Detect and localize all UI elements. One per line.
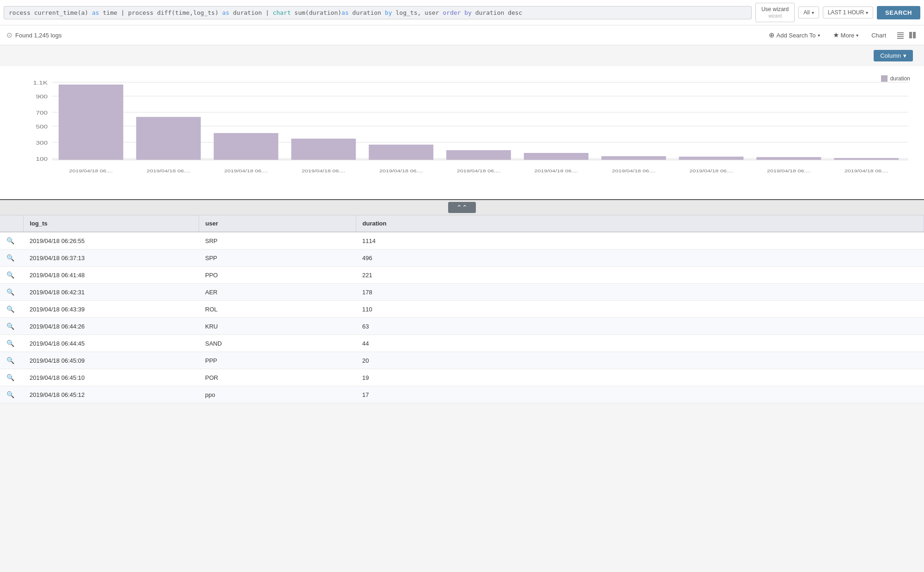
svg-text:2019/04/18 06....: 2019/04/18 06.... xyxy=(689,169,733,173)
svg-rect-38 xyxy=(834,158,899,160)
row-action-cell: 🔍 xyxy=(0,267,23,284)
row-duration-cell: 110 xyxy=(356,301,924,318)
table-row: 🔍 2019/04/18 06:45:10 POR 19 xyxy=(0,369,924,386)
svg-text:2019/04/18 06....: 2019/04/18 06.... xyxy=(302,169,345,173)
svg-text:2019/04/18 06....: 2019/04/18 06.... xyxy=(767,169,810,173)
add-search-to-button[interactable]: ⊕ Add Search To ▾ xyxy=(765,29,824,41)
svg-rect-36 xyxy=(756,157,821,160)
svg-rect-20 xyxy=(136,117,201,160)
row-log-ts-cell: 2019/04/18 06:44:26 xyxy=(23,318,199,335)
row-duration-cell: 178 xyxy=(356,284,924,301)
row-user-cell: AER xyxy=(199,284,356,301)
row-duration-cell: 496 xyxy=(356,249,924,267)
view-columns-icon[interactable] xyxy=(907,30,918,40)
time-chevron-icon: ▾ xyxy=(866,10,868,15)
magnify-icon[interactable]: 🔍 xyxy=(6,254,14,262)
row-user-cell: SAND xyxy=(199,335,356,352)
row-user-cell: PPP xyxy=(199,352,356,369)
svg-rect-26 xyxy=(369,145,433,160)
row-user-cell: POR xyxy=(199,369,356,386)
svg-text:300: 300 xyxy=(36,140,48,146)
row-duration-cell: 63 xyxy=(356,318,924,335)
svg-rect-22 xyxy=(214,133,279,160)
chart-svg-wrap: 1.1K 900 700 500 300 100 2019/04/18 06..… xyxy=(23,75,915,178)
table-row: 🔍 2019/04/18 06:45:12 ppo 17 xyxy=(0,386,924,403)
column-button[interactable]: Column ▾ xyxy=(874,50,913,61)
row-log-ts-cell: 2019/04/18 06:42:31 xyxy=(23,284,199,301)
row-action-cell: 🔍 xyxy=(0,249,23,267)
svg-text:900: 900 xyxy=(36,94,48,99)
row-log-ts-cell: 2019/04/18 06:37:13 xyxy=(23,249,199,267)
magnify-icon[interactable]: 🔍 xyxy=(6,340,14,347)
row-user-cell: KRU xyxy=(199,318,356,335)
svg-text:2019/04/18 06....: 2019/04/18 06.... xyxy=(845,169,888,173)
svg-text:100: 100 xyxy=(36,156,48,162)
row-action-cell: 🔍 xyxy=(0,284,23,301)
svg-rect-4 xyxy=(909,32,912,38)
magnify-icon[interactable]: 🔍 xyxy=(6,357,14,364)
search-bar: rocess current_time(a) as time | process… xyxy=(0,0,924,25)
table-row: 🔍 2019/04/18 06:44:26 KRU 63 xyxy=(0,318,924,335)
table-row: 🔍 2019/04/18 06:41:48 PPO 221 xyxy=(0,267,924,284)
magnify-icon[interactable]: 🔍 xyxy=(6,374,14,381)
collapse-handle: ⌃⌃ xyxy=(0,200,924,215)
svg-text:2019/04/18 06....: 2019/04/18 06.... xyxy=(224,169,267,173)
use-wizard-button[interactable]: Use wizard wizard xyxy=(755,3,795,22)
row-action-cell: 🔍 xyxy=(0,386,23,403)
search-query-input[interactable]: rocess current_time(a) as time | process… xyxy=(4,6,752,19)
magnify-icon[interactable]: 🔍 xyxy=(6,391,14,398)
table-row: 🔍 2019/04/18 06:42:31 AER 178 xyxy=(0,284,924,301)
user-col-header[interactable]: user xyxy=(199,215,356,232)
collapse-button[interactable]: ⌃⌃ xyxy=(448,202,476,213)
results-bar: ⊙ Found 1,245 logs ⊕ Add Search To ▾ ★ M… xyxy=(0,25,924,45)
magnify-icon[interactable]: 🔍 xyxy=(6,323,14,330)
row-duration-cell: 221 xyxy=(356,267,924,284)
row-duration-cell: 44 xyxy=(356,335,924,352)
row-user-cell: ppo xyxy=(199,386,356,403)
time-range-select[interactable]: LAST 1 HOUR ▾ xyxy=(823,6,873,18)
svg-rect-30 xyxy=(524,153,589,160)
more-chevron-icon: ▾ xyxy=(856,33,858,38)
row-user-cell: SPP xyxy=(199,249,356,267)
svg-rect-34 xyxy=(679,157,744,160)
svg-rect-5 xyxy=(913,32,916,38)
column-btn-row: Column ▾ xyxy=(0,45,924,66)
column-chevron-icon: ▾ xyxy=(903,52,906,59)
row-action-cell: 🔍 xyxy=(0,352,23,369)
chart-button[interactable]: Chart xyxy=(868,30,890,41)
view-list-icon[interactable] xyxy=(895,30,906,40)
svg-text:1.1K: 1.1K xyxy=(33,80,48,85)
magnify-icon[interactable]: 🔍 xyxy=(6,305,14,313)
svg-rect-2 xyxy=(897,36,904,37)
results-count: ⊙ Found 1,245 logs xyxy=(6,31,61,39)
row-user-cell: PPO xyxy=(199,267,356,284)
svg-rect-0 xyxy=(897,32,904,33)
duration-col-header[interactable]: duration xyxy=(356,215,924,232)
log-ts-col-header[interactable]: log_ts xyxy=(23,215,199,232)
magnify-icon[interactable]: 🔍 xyxy=(6,271,14,279)
svg-text:500: 500 xyxy=(36,124,48,129)
row-duration-cell: 1114 xyxy=(356,232,924,249)
svg-text:2019/04/18 06....: 2019/04/18 06.... xyxy=(146,169,190,173)
magnify-icon[interactable]: 🔍 xyxy=(6,237,14,244)
row-action-cell: 🔍 xyxy=(0,335,23,352)
row-log-ts-cell: 2019/04/18 06:43:39 xyxy=(23,301,199,318)
more-button[interactable]: ★ More ▾ xyxy=(829,29,863,41)
row-action-cell: 🔍 xyxy=(0,232,23,249)
row-duration-cell: 17 xyxy=(356,386,924,403)
svg-text:2019/04/18 06....: 2019/04/18 06.... xyxy=(379,169,423,173)
svg-text:2019/04/18 06....: 2019/04/18 06.... xyxy=(457,169,500,173)
svg-text:2019/04/18 06....: 2019/04/18 06.... xyxy=(612,169,655,173)
svg-rect-32 xyxy=(602,156,666,160)
svg-text:700: 700 xyxy=(36,110,48,116)
magnify-icon[interactable]: 🔍 xyxy=(6,288,14,296)
row-action-cell: 🔍 xyxy=(0,369,23,386)
table-row: 🔍 2019/04/18 06:26:55 SRP 1114 xyxy=(0,232,924,249)
scope-select[interactable]: All ▾ xyxy=(798,6,819,18)
chart-legend: duration xyxy=(881,75,910,82)
table-row: 🔍 2019/04/18 06:37:13 SPP 496 xyxy=(0,249,924,267)
row-log-ts-cell: 2019/04/18 06:41:48 xyxy=(23,267,199,284)
table-container: log_ts user duration 🔍 2019/04/18 06:26:… xyxy=(0,215,924,403)
row-action-cell: 🔍 xyxy=(0,318,23,335)
search-button[interactable]: SEARCH xyxy=(877,6,920,19)
